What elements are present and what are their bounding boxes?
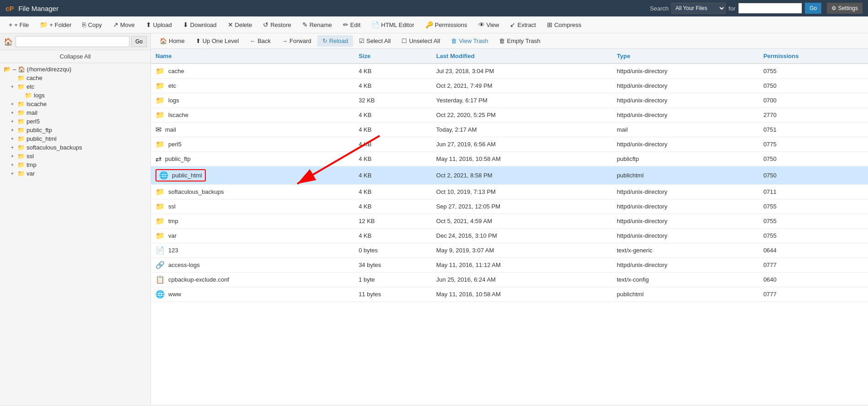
table-row[interactable]: 📁 tmp 12 KB Oct 5, 2021, 4:59 AM httpd/u… (151, 214, 868, 229)
download-button[interactable]: ⬇ Download (178, 18, 222, 31)
name-col: 📁 lscache (151, 108, 354, 123)
file-type-icon: 📋 (155, 275, 165, 284)
table-row[interactable]: 📁 lscache 4 KB Oct 22, 2020, 5:25 PM htt… (151, 108, 868, 123)
permissions-button[interactable]: 🔑 Permissions (420, 18, 472, 31)
col-name[interactable]: Name (151, 49, 354, 64)
table-row[interactable]: 🌐 www 11 bytes May 11, 2016, 10:58 AM pu… (151, 287, 868, 302)
tree-item-label: var (27, 170, 35, 177)
compress-button[interactable]: ⊞ Compress (542, 18, 586, 31)
up-one-level-button[interactable]: ⬆ Up One Level (191, 35, 244, 47)
size-col: 12 KB (354, 214, 432, 229)
permissions-icon: 🔑 (425, 21, 433, 28)
tree-item[interactable]: +📁var (0, 169, 150, 178)
size-col: 4 KB (354, 137, 432, 152)
empty-trash-button[interactable]: 🗑 Empty Trash (494, 35, 545, 47)
tree-item[interactable]: +📁etc (0, 82, 150, 91)
for-label: for (729, 5, 735, 12)
file-name: cpbackup-exclude.conf (168, 276, 229, 283)
name-col: 📁 etc (151, 79, 354, 93)
tree-item[interactable]: +📁lscache (0, 100, 150, 108)
tree-item[interactable]: 📁cache (0, 74, 150, 82)
tree-item[interactable]: +📁tmp (0, 160, 150, 169)
name-cell: 📋 cpbackup-exclude.conf (155, 275, 349, 284)
tree-item[interactable]: +📁perl5 (0, 117, 150, 126)
type-col: httpd/unix-directory (612, 214, 759, 229)
name-col: 📋 cpbackup-exclude.conf (151, 272, 354, 287)
folder-button[interactable]: 📁 + Folder (35, 18, 76, 31)
size-col: 4 KB (354, 79, 432, 93)
rename-button[interactable]: ✎ Rename (297, 18, 337, 31)
html-editor-button[interactable]: 📄 HTML Editor (366, 18, 419, 31)
name-col: 🔗 access-logs (151, 258, 354, 272)
table-row[interactable]: 📄 123 0 bytes May 9, 2019, 3:07 AM text/… (151, 243, 868, 258)
file-area: 🏠 Home ⬆ Up One Level ← Back → Forward ↻… (151, 33, 868, 405)
file-type-icon: ⇄ (155, 155, 161, 163)
file-type-icon: 📁 (155, 140, 165, 149)
file-name: mail (165, 126, 176, 133)
table-row[interactable]: 🌐 public_html 4 KB Oct 2, 2021, 8:58 PM … (151, 166, 868, 185)
tree-item[interactable]: +📁ssl (0, 152, 150, 160)
permissions-col: 0755 (759, 64, 868, 79)
table-row[interactable]: 🔗 access-logs 34 bytes May 11, 2016, 11:… (151, 258, 868, 272)
collapse-all-button[interactable]: Collapse All (0, 50, 150, 63)
search-scope-select[interactable]: All Your Files File Names Only File Cont… (671, 3, 726, 14)
tree-item[interactable]: 📂– 🏠 (/home/direzzqu) (0, 65, 150, 74)
view-button[interactable]: 👁 View (473, 18, 504, 31)
path-input[interactable] (16, 36, 129, 47)
delete-button[interactable]: ✕ Delete (223, 18, 257, 31)
col-permissions[interactable]: Permissions (759, 49, 868, 64)
tree-item[interactable]: +📁softaculous_backups (0, 143, 150, 152)
file-name: www (168, 291, 181, 298)
header: cP File Manager Search All Your Files Fi… (0, 0, 868, 16)
file-type-icon: 📄 (155, 246, 165, 255)
search-go-button[interactable]: Go (805, 3, 821, 14)
path-go-button[interactable]: Go (131, 36, 147, 47)
nav-bar: 🏠 Home ⬆ Up One Level ← Back → Forward ↻… (151, 33, 868, 49)
modified-col: Oct 22, 2020, 5:25 PM (432, 108, 612, 123)
size-col: 4 KB (354, 152, 432, 166)
table-row[interactable]: ⇄ public_ftp 4 KB May 11, 2016, 10:58 AM… (151, 152, 868, 166)
table-row[interactable]: 📁 etc 4 KB Oct 2, 2021, 7:49 PM httpd/un… (151, 79, 868, 93)
unselect-all-button[interactable]: ☐ Unselect All (396, 35, 445, 47)
table-row[interactable]: 📁 cache 4 KB Jul 23, 2018, 3:04 PM httpd… (151, 64, 868, 79)
view-trash-button[interactable]: 🗑 View Trash (446, 35, 493, 47)
tree-item[interactable]: +📁public_html (0, 134, 150, 143)
upload-button[interactable]: ⬆ Upload (141, 18, 177, 31)
select-all-button[interactable]: ☑ Select All (354, 35, 396, 47)
table-row[interactable]: 📋 cpbackup-exclude.conf 1 byte Jun 25, 2… (151, 272, 868, 287)
move-button[interactable]: ↗ Move (108, 18, 140, 31)
tree-item[interactable]: 📁logs (0, 91, 150, 100)
tree-item[interactable]: +📁mail (0, 108, 150, 117)
col-type[interactable]: Type (612, 49, 759, 64)
table-row[interactable]: 📁 var 4 KB Dec 24, 2016, 3:10 PM httpd/u… (151, 229, 868, 243)
permissions-col: 0751 (759, 123, 868, 137)
settings-button[interactable]: ⚙ Settings (827, 3, 863, 14)
table-row[interactable]: 📁 ssl 4 KB Sep 27, 2021, 12:05 PM httpd/… (151, 199, 868, 214)
forward-button[interactable]: → Forward (277, 35, 316, 47)
copy-button[interactable]: ⎘ Copy (77, 18, 107, 31)
file-type-icon: 📁 (155, 202, 165, 211)
col-size[interactable]: Size (354, 49, 432, 64)
home-nav-button[interactable]: 🏠 Home (155, 35, 190, 47)
tree-item[interactable]: +📁public_ftp (0, 126, 150, 134)
reload-button[interactable]: ↻ Reload (317, 35, 353, 47)
file-name: cache (168, 68, 184, 75)
file-name: access-logs (168, 262, 200, 268)
name-col: 📁 softaculous_backups (151, 185, 354, 199)
tree-item-label: public_html (27, 135, 57, 142)
back-button[interactable]: ← Back (245, 35, 276, 47)
col-modified[interactable]: Last Modified (432, 49, 612, 64)
restore-button[interactable]: ↺ Restore (258, 18, 296, 31)
file-button[interactable]: + + File (4, 18, 34, 31)
table-row[interactable]: 📁 softaculous_backups 4 KB Oct 10, 2019,… (151, 185, 868, 199)
table-row[interactable]: 📁 logs 32 KB Yesterday, 6:17 PM httpd/un… (151, 93, 868, 108)
table-row[interactable]: 📁 perl5 4 KB Jun 27, 2019, 6:56 AM httpd… (151, 137, 868, 152)
tree-item-label: lscache (27, 101, 47, 107)
extract-button[interactable]: ↙ Extract (505, 18, 541, 31)
type-col: publichtml (612, 166, 759, 185)
permissions-col: 0755 (759, 199, 868, 214)
table-row[interactable]: ✉ mail 4 KB Today, 2:17 AM mail 0751 (151, 123, 868, 137)
name-col: 📁 perl5 (151, 137, 354, 152)
edit-button[interactable]: ✏ Edit (338, 18, 365, 31)
search-input[interactable] (738, 3, 802, 14)
